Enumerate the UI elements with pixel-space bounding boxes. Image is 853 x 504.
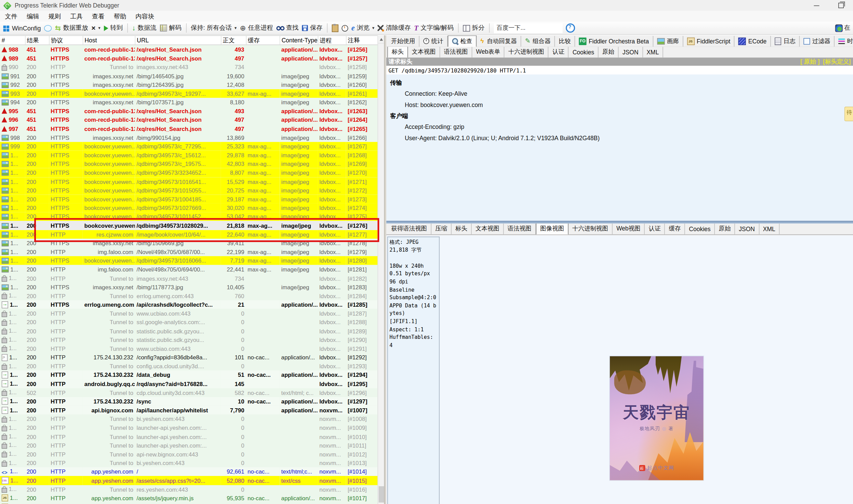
session-row[interactable]: 999200HTTPSbookcover.yuewen..../qdbimg/3… [0,142,378,151]
session-row[interactable]: 1...200HTTPTunnel tostatistic.public.sdk… [0,327,378,335]
tab-语法视图[interactable]: 语法视图 [440,47,472,58]
session-row[interactable]: 1...200HTTPTunnel towww.ucbiao.com:4430l… [0,344,378,353]
tab-文本视图[interactable]: 文本视图 [472,224,504,235]
tab-Cookies[interactable]: Cookies [685,224,715,235]
session-row[interactable]: 1...200HTTPandroid.bugly.qq.com/rqd/asyn… [0,379,378,388]
session-row[interactable]: 1...200HTTPTunnel tobi.yeshen.com:4430no… [0,414,378,423]
toolbar-button-任意进程[interactable]: ⊕任意进程 [240,24,273,32]
minimize-button[interactable] [804,0,829,11]
toolbar-button-文字编/解码[interactable]: T文字编/解码 [414,24,454,32]
session-row[interactable]: 1...200HTTPTunnel tolauncher-api.yeshen.… [0,432,378,441]
session-row[interactable]: 1...200HTTPapp.yeshen.com/assets/css/app… [0,476,378,485]
tab-自动回复器[interactable]: ϟ自动回复器 [476,36,521,47]
column-header-结果[interactable]: 结果 [25,36,49,45]
raw-link[interactable]: [ 原始 ] [800,58,819,66]
column-header-进程[interactable]: 进程 [318,36,346,45]
tab-FiddlerScript[interactable]: FiddlerScript [683,36,735,47]
session-row[interactable]: 1...200HTTPimg.faloo.com/Novel/498x705/0… [0,248,378,256]
session-row[interactable]: 993200HTTPSbookcover.yuewen..../qdbimg/3… [0,89,378,98]
toolbar-button-拆分[interactable]: 拆分 [463,24,485,32]
session-row[interactable]: 998200HTTPSimages.xxsy.net/bimg/990154.j… [0,133,378,142]
tab-原始[interactable]: 原始 [715,224,735,235]
tab-组合器[interactable]: ✎组合器 [521,36,555,47]
toolbar-button-保持: 所有会话[interactable]: 保持: 所有会话▾ [191,24,237,32]
tab-XML[interactable]: XML [643,47,663,58]
tab-认证[interactable]: 认证 [549,47,569,58]
toolbar-button-数据重放[interactable]: ⇆数据重放 [55,24,88,32]
column-header-正文[interactable]: 正文 [221,36,246,45]
tab-过滤器[interactable]: 过滤器 [800,36,835,47]
session-row[interactable]: 1...200HTTPTunnel towww.ucbiao.com:4430l… [0,309,378,318]
session-row[interactable]: 1...200HTTPapp.yeshen.com/assets/js/jque… [0,494,378,503]
tab-时[interactable]: 时 [835,36,853,47]
session-row[interactable]: 1...200HTTPSimages.xxsy.net/bimg/1509669… [0,239,378,248]
request-line[interactable]: GET /qdbimg/349573/1028029920/180 HTTP/1… [386,66,853,75]
column-header-Host[interactable]: Host [83,36,135,45]
tab-比较[interactable]: 比较 [555,36,575,47]
toolbar-button-转到[interactable]: 转到 [104,24,123,32]
toolbar-button-clipboard[interactable] [332,24,338,32]
session-row[interactable]: 989451HTTPScom-recd-public-13.../xq/res/… [0,54,378,63]
menu-item-内容块[interactable]: 内容块 [135,12,154,21]
tab-检查[interactable]: 检查 [448,35,476,47]
header-entry[interactable]: User-Agent: Dalvik/2.1.0 (Linux; U; Andr… [390,132,853,144]
tab-语法视图[interactable]: 语法视图 [504,224,536,235]
toolbar-button-x[interactable]: ×▾ [91,25,100,31]
session-flag-tag[interactable]: 待 [844,107,853,121]
maximize-button[interactable] [828,0,853,11]
session-row[interactable]: 1...200HTTPimg.faloo.com/Novel/498x705/0… [0,265,378,274]
tab-标头[interactable]: 标头 [388,47,408,58]
tab-ECode[interactable]: ECode [735,36,771,47]
header-definitions-link[interactable]: [标头定义] [823,58,851,66]
session-list-scrollbar[interactable] [378,35,385,504]
session-row[interactable]: 997451HTTPScom-recd-public-13.../xq/res/… [0,124,378,133]
session-row[interactable]: 1...200HTTPTunnel tobi.yeshen.com:4430no… [0,459,378,467]
menu-item-编辑[interactable]: 编辑 [27,12,39,21]
session-row[interactable]: 1...502HTTPTunnel tocdp.cloud.unity3d.co… [0,388,378,397]
tab-认证[interactable]: 认证 [645,224,665,235]
toolbar-button-WinConfig[interactable]: WinConfig [3,25,41,31]
menu-item-规则[interactable]: 规则 [49,12,61,21]
session-row[interactable]: 994200HTTPSimages.xxsy.net/bimg/1073571.… [0,98,378,107]
column-header-URL[interactable]: URL [135,36,221,45]
tab-Fiddler Orchestra Beta[interactable]: FOFiddler Orchestra Beta [575,36,653,47]
tab-画廊[interactable]: 画廊 [653,36,683,47]
session-row[interactable]: 1...200HTTPSbookcover.yuewen..../qdbimg/… [0,195,378,203]
column-header-Content-Type[interactable]: Content-Type [280,36,318,45]
session-row[interactable]: 992200HTTPSimages.xxsy.net/bimg/1264395.… [0,80,378,89]
session-row[interactable]: 1...200HTTPSbookcover.yuewen..../qdbimg/… [0,151,378,160]
toolbar-button-查找[interactable]: 查找 [276,24,299,32]
toolbar-button-help[interactable] [566,23,575,32]
session-row[interactable]: 996451HTTPScom-recd-public-13.../xq/res/… [0,116,378,124]
header-entry[interactable]: Connection: Keep-Alive [390,88,853,100]
menu-item-工具[interactable]: 工具 [70,12,83,21]
toolbar-button-timer[interactable] [342,25,348,31]
session-row[interactable]: 1...200HTTPSbookcover.yuewen..../qdbimg/… [0,203,378,212]
toolbar-button-数据流[interactable]: ↓数据流 [132,24,157,32]
menu-item-查看[interactable]: 查看 [92,12,105,21]
column-header-注释[interactable]: 注释 [346,36,378,45]
session-row[interactable]: 990200HTTPTunnel toimages.xxsy.net:44373… [0,63,378,71]
tab-XML[interactable]: XML [759,224,780,235]
scroll-up-icon[interactable] [378,35,384,43]
session-row[interactable]: 1...200HTTP175.24.130.232/sync10no-cac..… [0,397,378,406]
session-row[interactable]: 1...200HTTPTunnel toimages.xxsy.net:4437… [0,274,378,283]
tab-标头[interactable]: 标头 [451,224,472,235]
scrollbar-thumb[interactable] [379,486,384,503]
column-header-#[interactable]: # [0,36,25,45]
tab-图像视图[interactable]: 图像视图 [536,224,568,235]
session-row[interactable]: 1...200HTTPSbookcover.yuewen..../qdbimg/… [0,168,378,177]
tab-原始[interactable]: 原始 [599,47,619,58]
session-row[interactable]: 1...200HTTP175.24.130.232/data_debug51no… [0,371,378,380]
session-row[interactable]: 1...200HTTPres.cjzww.com/image/book/cove… [0,230,378,239]
tab-获得语法视图[interactable]: 获得语法视图 [388,224,432,235]
session-row[interactable]: 1...200HTTPSbookcover.yuewen..../qdbimg/… [0,186,378,195]
search-input[interactable] [494,23,562,33]
menu-item-帮助[interactable]: 帮助 [114,12,126,21]
session-row[interactable]: 1...200HTTPSbookcover.yuewen..../qdbimg/… [0,177,378,186]
session-row[interactable]: 1...200HTTPTunnel tossl.google-analytics… [0,318,378,327]
header-entry[interactable]: Host: bookcover.yuewen.com [390,99,853,110]
session-row[interactable]: 1...200HTTPapp.yeshen.com/assets/js/app.… [0,503,378,504]
tab-统计[interactable]: 统计 [419,36,448,47]
session-row[interactable]: 991200HTTPSimages.xxsy.net/bimg/1465405.… [0,71,378,80]
